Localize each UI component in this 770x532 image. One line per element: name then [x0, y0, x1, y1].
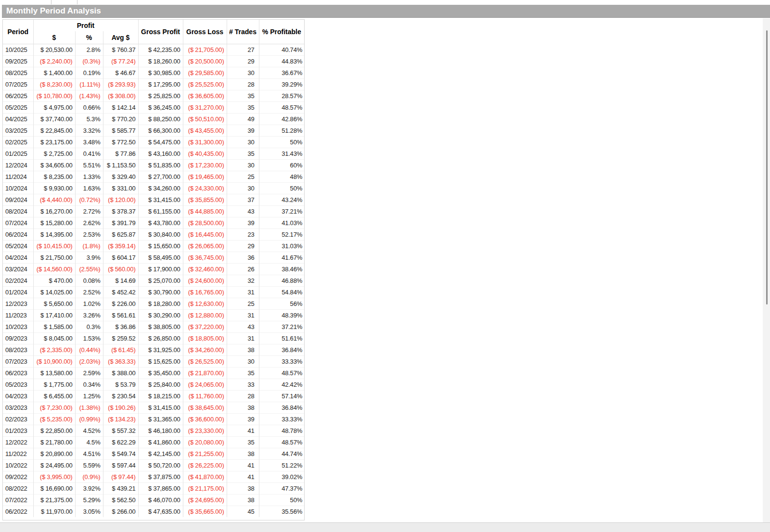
- cell-profit-pct: 0.34%: [75, 379, 103, 390]
- table-row[interactable]: 03/2025 $ 22,845.00 3.32% $ 585.77 $ 66,…: [3, 125, 304, 136]
- col-header-profit-dollar[interactable]: $: [33, 31, 75, 44]
- cell-gross-profit: $ 50,720.00: [138, 459, 183, 471]
- cell-profit-avg: $ 1,153.50: [103, 159, 138, 171]
- cell-profit-pct: 1.53%: [75, 332, 103, 344]
- table-row[interactable]: 10/2023 $ 1,585.00 0.3% $ 36.86 $ 38,805…: [3, 321, 304, 332]
- table-row[interactable]: 01/2024 $ 14,025.00 2.52% $ 452.42 $ 30,…: [3, 286, 304, 298]
- table-row[interactable]: 10/2024 $ 9,930.00 1.63% $ 331.00 $ 34,2…: [3, 182, 304, 194]
- table-row[interactable]: 12/2022 $ 21,780.00 4.5% $ 622.29 $ 41,8…: [3, 436, 304, 448]
- cell-profit-avg: $ 53.79: [103, 379, 138, 390]
- table-row[interactable]: 05/2023 $ 1,775.00 0.34% $ 53.79 $ 25,84…: [3, 379, 304, 390]
- table-row[interactable]: 03/2023 ($ 7,230.00) (1.38%) ($ 190.26) …: [3, 402, 304, 413]
- cell-profit-avg: $ 585.77: [103, 125, 138, 136]
- window-title-bar[interactable]: Monthly Period Analysis: [2, 5, 770, 18]
- table-row[interactable]: 07/2024 $ 15,280.00 2.62% $ 391.79 $ 43,…: [3, 217, 304, 228]
- cell-profit-avg: ($ 120.00): [103, 194, 138, 205]
- cell-profit-dollar: $ 2,725.00: [33, 148, 75, 159]
- table-row[interactable]: 09/2024 ($ 4,440.00) (0.72%) ($ 120.00) …: [3, 194, 304, 205]
- table-row[interactable]: 05/2025 $ 4,975.00 0.66% $ 142.14 $ 36,2…: [3, 101, 304, 113]
- cell-profit-pct: 4.51%: [75, 448, 103, 459]
- table-row[interactable]: 11/2023 $ 17,410.00 3.26% $ 561.61 $ 30,…: [3, 309, 304, 321]
- table-row[interactable]: 11/2024 $ 8,235.00 1.33% $ 329.40 $ 27,7…: [3, 171, 304, 182]
- table-row[interactable]: 09/2025 ($ 2,240.00) (0.3%) ($ 77.24) $ …: [3, 55, 304, 67]
- table-row[interactable]: 06/2023 $ 13,580.00 2.59% $ 388.00 $ 35,…: [3, 367, 304, 379]
- cell-profit-avg: $ 142.14: [103, 101, 138, 113]
- cell-profit-dollar: ($ 14,560.00): [33, 263, 75, 275]
- table-row[interactable]: 02/2023 ($ 5,235.00) (0.99%) ($ 134.23) …: [3, 413, 304, 425]
- cell-profit-dollar: ($ 3,995.00): [33, 471, 75, 482]
- col-header-num-trades[interactable]: # Trades: [227, 20, 259, 44]
- table-row[interactable]: 11/2022 $ 20,890.00 4.51% $ 549.74 $ 42,…: [3, 448, 304, 459]
- cell-num-trades: 45: [227, 506, 259, 517]
- cell-pct-profitable: 48.78%: [259, 425, 304, 436]
- cell-profit-dollar: $ 1,585.00: [33, 321, 75, 332]
- table-row[interactable]: 06/2024 $ 14,395.00 2.53% $ 625.87 $ 30,…: [3, 228, 304, 240]
- table-row[interactable]: 04/2025 $ 37,740.00 5.3% $ 770.20 $ 88,2…: [3, 113, 304, 125]
- cell-num-trades: 38: [227, 448, 259, 459]
- col-header-pct-profitable[interactable]: % Profitable: [259, 20, 304, 44]
- table-row[interactable]: 07/2025 ($ 8,230.00) (1.11%) ($ 293.93) …: [3, 78, 304, 90]
- cell-gross-loss: ($ 23,330.00): [183, 425, 227, 436]
- col-header-profit-avg[interactable]: Avg $: [103, 31, 138, 44]
- cell-period: 11/2022: [3, 448, 33, 459]
- cell-profit-pct: (1.11%): [75, 78, 103, 90]
- table-row[interactable]: 12/2024 $ 34,605.00 5.51% $ 1,153.50 $ 5…: [3, 159, 304, 171]
- cell-gross-profit: $ 46,070.00: [138, 494, 183, 506]
- cell-gross-profit: $ 37,875.00: [138, 471, 183, 482]
- table-row[interactable]: 06/2025 ($ 10,780.00) (1.43%) ($ 308.00)…: [3, 90, 304, 101]
- table-row[interactable]: 02/2024 $ 470.00 0.08% $ 14.69 $ 25,070.…: [3, 275, 304, 286]
- cell-profit-pct: 3.92%: [75, 482, 103, 494]
- col-header-period[interactable]: Period: [3, 20, 33, 44]
- cell-num-trades: 31: [227, 332, 259, 344]
- table-row[interactable]: 12/2023 $ 5,650.00 1.02% $ 226.00 $ 18,2…: [3, 298, 304, 309]
- cell-gross-profit: $ 17,900.00: [138, 263, 183, 275]
- table-row[interactable]: 01/2023 $ 22,850.00 4.52% $ 557.32 $ 46,…: [3, 425, 304, 436]
- table-row[interactable]: 02/2025 $ 23,175.00 3.48% $ 772.50 $ 54,…: [3, 136, 304, 148]
- table-row[interactable]: 09/2022 ($ 3,995.00) (0.9%) ($ 97.44) $ …: [3, 471, 304, 482]
- cell-period: 09/2024: [3, 194, 33, 205]
- col-header-gross-profit[interactable]: Gross Profit: [138, 20, 183, 44]
- cell-gross-loss: ($ 35,665.00): [183, 506, 227, 517]
- cell-pct-profitable: 60%: [259, 159, 304, 171]
- cell-period: 12/2022: [3, 436, 33, 448]
- table-row[interactable]: 04/2024 $ 21,750.00 3.9% $ 604.17 $ 58,4…: [3, 252, 304, 263]
- table-row[interactable]: 01/2025 $ 2,725.00 0.41% $ 77.86 $ 43,16…: [3, 148, 304, 159]
- table-row[interactable]: 06/2022 $ 11,970.00 3.05% $ 266.00 $ 47,…: [3, 506, 304, 517]
- cell-gross-loss: ($ 41,870.00): [183, 471, 227, 482]
- table-row[interactable]: 09/2023 $ 8,045.00 1.53% $ 259.52 $ 26,8…: [3, 332, 304, 344]
- cell-period: 07/2022: [3, 494, 33, 506]
- table-row[interactable]: 04/2023 $ 6,455.00 1.25% $ 230.54 $ 18,2…: [3, 390, 304, 402]
- cell-gross-loss: ($ 16,445.00): [183, 228, 227, 240]
- cell-profit-pct: 0.41%: [75, 148, 103, 159]
- table-row[interactable]: 07/2023 ($ 10,900.00) (2.03%) ($ 363.33)…: [3, 355, 304, 367]
- cell-gross-loss: ($ 38,645.00): [183, 402, 227, 413]
- table-row[interactable]: 10/2025 $ 20,530.00 2.8% $ 760.37 $ 42,2…: [3, 44, 304, 55]
- table-row[interactable]: 03/2024 ($ 14,560.00) (2.55%) ($ 560.00)…: [3, 263, 304, 275]
- table-row[interactable]: 05/2024 ($ 10,415.00) (1.8%) ($ 359.14) …: [3, 240, 304, 252]
- vertical-scrollbar[interactable]: [763, 18, 770, 522]
- cell-gross-loss: ($ 18,805.00): [183, 332, 227, 344]
- cell-gross-profit: $ 88,250.00: [138, 113, 183, 125]
- table-row[interactable]: 08/2024 $ 16,270.00 2.72% $ 378.37 $ 61,…: [3, 205, 304, 217]
- cell-profit-pct: 2.53%: [75, 228, 103, 240]
- cell-pct-profitable: 50%: [259, 136, 304, 148]
- col-header-profit-group[interactable]: Profit: [33, 20, 138, 31]
- cell-gross-loss: ($ 20,080.00): [183, 436, 227, 448]
- cell-profit-avg: $ 439.21: [103, 482, 138, 494]
- table-row[interactable]: 10/2022 $ 24,495.00 5.59% $ 597.44 $ 50,…: [3, 459, 304, 471]
- table-row[interactable]: 08/2023 ($ 2,335.00) (0.44%) ($ 61.45) $…: [3, 344, 304, 355]
- table-row[interactable]: 08/2025 $ 1,400.00 0.19% $ 46.67 $ 30,98…: [3, 67, 304, 78]
- scrollbar-thumb[interactable]: [766, 30, 768, 304]
- col-header-profit-pct[interactable]: %: [75, 31, 103, 44]
- col-header-gross-loss[interactable]: Gross Loss: [183, 20, 227, 44]
- cell-profit-dollar: $ 16,690.00: [33, 482, 75, 494]
- cell-profit-avg: ($ 134.23): [103, 413, 138, 425]
- table-row[interactable]: 08/2022 $ 16,690.00 3.92% $ 439.21 $ 37,…: [3, 482, 304, 494]
- cell-gross-loss: ($ 24,695.00): [183, 494, 227, 506]
- cell-gross-loss: ($ 16,765.00): [183, 286, 227, 298]
- cell-period: 04/2025: [3, 113, 33, 125]
- cell-period: 04/2024: [3, 252, 33, 263]
- cell-gross-loss: ($ 21,255.00): [183, 448, 227, 459]
- cell-gross-loss: ($ 31,270.00): [183, 101, 227, 113]
- table-row[interactable]: 07/2022 $ 21,375.00 5.29% $ 562.50 $ 46,…: [3, 494, 304, 506]
